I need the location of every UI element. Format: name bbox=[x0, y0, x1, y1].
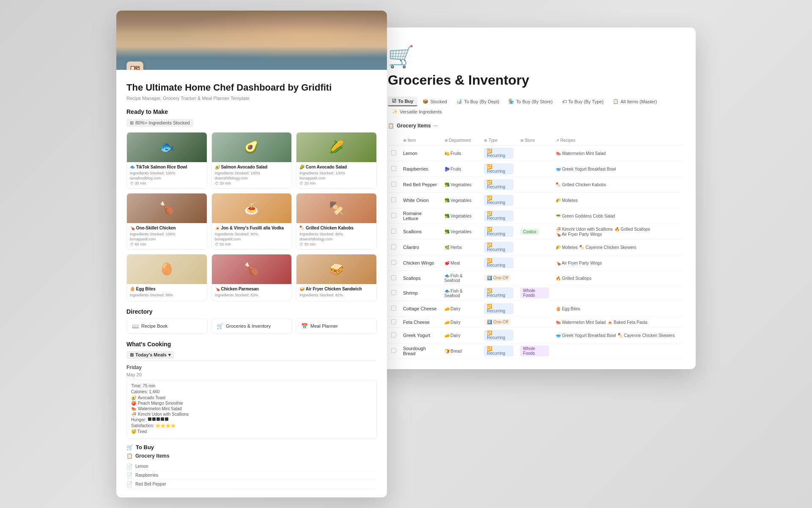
directory-card[interactable]: 📖Recipe Book bbox=[126, 318, 208, 334]
row-item: Scallions bbox=[400, 224, 441, 240]
tab-nav-item[interactable]: ✨Versatile Ingredients bbox=[388, 107, 446, 116]
checkbox[interactable] bbox=[391, 213, 396, 218]
recipe-card[interactable]: 🍗 🍗 One-Skillet Chicken Ingredients Stoc… bbox=[126, 193, 207, 250]
groceries-title: Groceries & Inventory bbox=[388, 72, 682, 88]
row-store: Whole Foods bbox=[517, 343, 552, 359]
dept-badge: 🧀 Dairy bbox=[444, 320, 461, 325]
recipe-info: 🍢 Grilled Chicken Kabobs Ingredients Sto… bbox=[296, 223, 376, 249]
checkbox[interactable] bbox=[391, 290, 396, 295]
grocery-icon: 📋 bbox=[126, 453, 133, 459]
recipe-info: 🥑 Salmon Avocado Salad Ingredients Stock… bbox=[212, 162, 292, 188]
row-store: Whole Foods bbox=[517, 285, 552, 301]
dept-badge: 🐟 Fish & Seafood bbox=[444, 289, 477, 298]
row-item: Shrimp bbox=[400, 285, 441, 301]
checkbox[interactable] bbox=[391, 150, 396, 155]
tab-nav-item[interactable]: 📊To Buy (By Dept) bbox=[452, 97, 503, 106]
row-recipes bbox=[552, 285, 682, 301]
tab-label: Stocked bbox=[430, 99, 447, 104]
recipe-info: 🥪 Air Fryer Chicken Sandwich Ingredients… bbox=[296, 284, 376, 301]
recipe-card[interactable]: 🍝 🍝 Jon & Vinny's Fusilli alla Vodka Ing… bbox=[211, 193, 292, 250]
recipe-card[interactable]: 🌽 🌽 Corn Avocado Salad Ingredients Stock… bbox=[296, 132, 377, 189]
row-checkbox[interactable] bbox=[388, 285, 400, 301]
more-options[interactable]: ··· bbox=[433, 123, 438, 129]
recipe-stocked: Ingredients Stocked: 100% bbox=[130, 171, 204, 175]
recipe-tag: 🍢 Cayenne Chicken Skewers bbox=[618, 333, 675, 338]
row-checkbox[interactable] bbox=[388, 146, 400, 161]
dropdown-icon: ▾ bbox=[168, 352, 171, 358]
directory-card[interactable]: 📅Meal Planner bbox=[296, 318, 377, 334]
type-badge: 🔁 Recurring bbox=[484, 148, 513, 159]
hunger-dot bbox=[148, 417, 151, 421]
row-checkbox[interactable] bbox=[388, 193, 400, 208]
recipe-source: downshiftology.com bbox=[299, 237, 373, 241]
recipe-card[interactable]: 🥪 🥪 Air Fryer Chicken Sandwich Ingredien… bbox=[296, 254, 377, 301]
tab-label: To Buy (By Dept) bbox=[464, 99, 499, 104]
tab-icon: 📊 bbox=[456, 99, 462, 104]
filter-badge[interactable]: ⊞ 80%+ Ingredients Stocked bbox=[126, 119, 193, 127]
row-checkbox[interactable] bbox=[388, 240, 400, 255]
checkbox[interactable] bbox=[391, 332, 396, 337]
row-checkbox[interactable] bbox=[388, 317, 400, 328]
to-buy-label: To Buy bbox=[136, 444, 154, 450]
type-badge: 🔁 Recurring bbox=[484, 242, 513, 253]
table-row: Scallions 🥦 Vegetables 🔁 Recurring Costc… bbox=[388, 224, 682, 240]
row-checkbox[interactable] bbox=[388, 343, 400, 359]
table-row: Greek Yogurt 🧀 Dairy 🔁 Recurring 🥣 Greek… bbox=[388, 328, 682, 343]
tab-nav-item[interactable]: 📦Stocked bbox=[418, 97, 451, 106]
grocery-item-name: Red Bell Pepper bbox=[135, 482, 166, 486]
grocery-list: 📄Lemon📄Raspberries📄Red Bell Pepper bbox=[126, 462, 377, 489]
mood-row: 😴 Tired bbox=[131, 429, 372, 434]
checkbox[interactable] bbox=[391, 275, 396, 280]
directory-card[interactable]: 🛒Groceries & Inventory bbox=[211, 318, 292, 334]
row-type: 🔁 Recurring bbox=[480, 328, 517, 343]
row-store bbox=[517, 161, 552, 177]
recipe-card[interactable]: 🥑 🥑 Salmon Avocado Salad Ingredients Sto… bbox=[211, 132, 292, 189]
row-checkbox[interactable] bbox=[388, 271, 400, 285]
satisfaction-label: Satisfaction: ⭐⭐⭐⭐ bbox=[131, 423, 176, 428]
hero-kitchen bbox=[116, 11, 387, 70]
recipe-card[interactable]: 🥚 🥚 Egg Bites Ingredients Stocked: 89% bbox=[126, 254, 207, 301]
checkbox[interactable] bbox=[391, 244, 396, 249]
checkbox[interactable] bbox=[391, 166, 396, 171]
row-type: 🔁 Recurring bbox=[480, 161, 517, 177]
tab-nav-item[interactable]: 📋All Items (Master) bbox=[609, 97, 661, 106]
checkbox[interactable] bbox=[391, 182, 396, 187]
checkbox[interactable] bbox=[391, 229, 396, 234]
row-checkbox[interactable] bbox=[388, 161, 400, 177]
row-checkbox[interactable] bbox=[388, 301, 400, 317]
mood-label: 😴 Tired bbox=[131, 429, 147, 434]
recipe-card[interactable]: 🍢 🍢 Grilled Chicken Kabobs Ingredients S… bbox=[296, 193, 377, 250]
table-header-row: 📋 Grocery Items ··· bbox=[388, 123, 682, 132]
row-checkbox[interactable] bbox=[388, 224, 400, 240]
today-meals-tab[interactable]: ⊞ Today's Meals ▾ bbox=[126, 351, 174, 359]
grocery-table: ⊕ Item ⊕ Department ⊕ Type ⊕ Store ↗ Rec… bbox=[388, 135, 682, 359]
row-checkbox[interactable] bbox=[388, 177, 400, 193]
row-store bbox=[517, 193, 552, 208]
recipe-name: 🥪 Air Fryer Chicken Sandwich bbox=[299, 286, 373, 292]
calories-label: Calories: 1,460 bbox=[131, 389, 159, 394]
table-row: Feta Cheese 🧀 Dairy 1️⃣ One-Off 🍉 Waterm… bbox=[388, 317, 682, 328]
tab-nav-item[interactable]: 🏪To Buy (By Store) bbox=[504, 97, 557, 106]
row-type: 🔁 Recurring bbox=[480, 343, 517, 359]
checkbox[interactable] bbox=[391, 348, 396, 353]
recipe-tag: 🍗 Air Fryer Party Wings bbox=[556, 232, 602, 237]
dashboard-subtitle: Recipe Manager, Grocery Tracker & Meal P… bbox=[126, 96, 377, 101]
tab-label: To Buy (By Type) bbox=[568, 99, 604, 104]
recipe-info: 🍝 Jon & Vinny's Fusilli alla Vodka Ingre… bbox=[212, 223, 292, 249]
recipe-card[interactable]: 🍗 🍗 Chicken Parmesan Ingredients Stocked… bbox=[211, 254, 292, 301]
checkbox[interactable] bbox=[391, 260, 396, 265]
tab-nav-item[interactable]: 🏷To Buy (By Type) bbox=[558, 97, 608, 106]
row-recipes: 🌮 Molletes🍢 Cayenne Chicken Skewers bbox=[552, 240, 682, 255]
recipe-card[interactable]: 🐟 🐟 TikTok Salmon Rice Bowl Ingredients … bbox=[126, 132, 207, 189]
checkbox[interactable] bbox=[391, 306, 396, 311]
recipe-tag: 🍢 Cayenne Chicken Skewers bbox=[579, 245, 636, 250]
checkbox[interactable] bbox=[391, 197, 396, 202]
row-checkbox[interactable] bbox=[388, 328, 400, 343]
checkbox[interactable] bbox=[391, 319, 396, 324]
row-checkbox[interactable] bbox=[388, 208, 400, 224]
satisfaction-row: Satisfaction: ⭐⭐⭐⭐ bbox=[131, 423, 372, 428]
row-checkbox[interactable] bbox=[388, 255, 400, 271]
table-body: Lemon 🍋 Fruits 🔁 Recurring 🍉 Watermelon … bbox=[388, 146, 682, 359]
tab-nav-item[interactable]: ☑To Buy bbox=[388, 97, 417, 106]
dir-icon: 🛒 bbox=[217, 323, 223, 329]
